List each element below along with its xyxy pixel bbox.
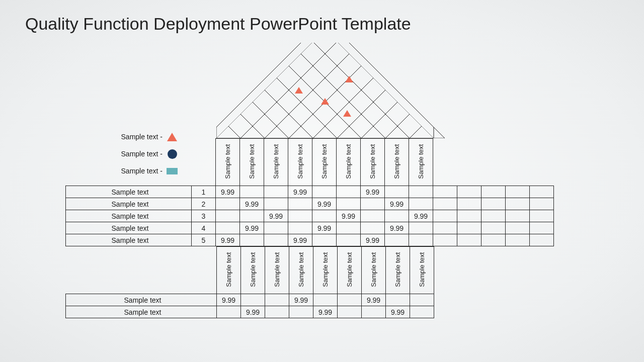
qfd-diagram: Sample textSample textSample textSample … (65, 43, 554, 318)
table-row: Sample text29.999.999.99 (66, 198, 554, 210)
svg-line-25 (216, 43, 289, 138)
svg-line-0 (216, 43, 251, 138)
matrix-cell (265, 306, 289, 318)
matrix-cell (312, 186, 337, 198)
row-number: 3 (192, 210, 216, 222)
ext-cell (481, 186, 506, 198)
ext-cell (457, 198, 481, 210)
table-row: Sample text49.999.999.99 (66, 222, 554, 234)
column-header: Sample text (386, 247, 410, 294)
ext-cell (433, 234, 457, 246)
column-header: Sample text (337, 139, 361, 186)
matrix-cell (337, 222, 361, 234)
matrix-cell (409, 234, 433, 246)
matrix-cell: 9.99 (337, 210, 361, 222)
matrix-cell (385, 234, 409, 246)
column-header: Sample text (241, 247, 265, 294)
column-header: Sample text (264, 139, 288, 186)
row-number: 2 (192, 198, 216, 210)
svg-line-28 (337, 43, 458, 138)
svg-line-31 (216, 43, 361, 138)
svg-line-35 (216, 43, 410, 138)
matrix-cell: 9.99 (216, 186, 240, 198)
svg-line-20 (240, 43, 458, 138)
matrix-cell (288, 198, 312, 210)
ext-cell (506, 222, 530, 234)
svg-line-41 (230, 43, 458, 138)
ext-cell (457, 222, 481, 234)
ext-cell (530, 198, 554, 210)
svg-line-10 (216, 43, 371, 138)
row-label: Sample text (66, 294, 217, 306)
matrix-cell (240, 186, 264, 198)
matrix-cell (264, 186, 288, 198)
matrix-cell (338, 294, 362, 306)
page-title: Quality Function Deployment PowerPoint T… (25, 14, 411, 34)
matrix-cell (264, 234, 288, 246)
matrix-cell (289, 306, 313, 318)
matrix-cell: 9.99 (217, 294, 241, 306)
matrix-cell (385, 186, 409, 198)
matrix-cell (240, 210, 264, 222)
matrix-cell (361, 198, 385, 210)
matrix-cell: 9.99 (385, 198, 409, 210)
matrix-cell (313, 294, 338, 306)
table-row: Sample text59.999.999.99 (66, 234, 554, 246)
matrix-cell (362, 306, 386, 318)
matrix-cell (265, 294, 289, 306)
matrix-cell: 9.99 (385, 222, 409, 234)
ext-cell (481, 198, 506, 210)
matrix-cell: 9.99 (240, 198, 264, 210)
matrix-cell: 9.99 (361, 186, 385, 198)
row-label: Sample text (66, 186, 192, 198)
table-row: Sample text19.999.999.99 (66, 186, 554, 198)
svg-line-45 (279, 43, 458, 138)
ext-cell (530, 210, 554, 222)
triangle-icon (321, 89, 329, 99)
column-header: Sample text (312, 139, 337, 186)
svg-line-53 (375, 43, 458, 138)
ext-cell (530, 234, 554, 246)
matrix-cell (217, 306, 241, 318)
matrix-cell (288, 210, 312, 222)
matrix-cell (337, 234, 361, 246)
svg-line-2 (216, 43, 275, 138)
matrix-cell: 9.99 (362, 294, 386, 306)
matrix-cell (409, 198, 433, 210)
matrix-cell (216, 222, 240, 234)
matrix-cell (386, 294, 410, 306)
ext-cell (457, 210, 481, 222)
svg-line-29 (216, 43, 337, 138)
svg-line-6 (216, 43, 323, 138)
ext-cell (530, 186, 554, 198)
matrix-cell: 9.99 (289, 294, 313, 306)
ext-cell (433, 198, 457, 210)
column-header: Sample text (265, 247, 289, 294)
svg-line-32 (385, 43, 458, 138)
matrix-cell (337, 186, 361, 198)
column-header: Sample text (361, 139, 385, 186)
ext-cell (481, 210, 506, 222)
svg-line-22 (265, 43, 458, 138)
matrix-cell: 9.99 (288, 186, 312, 198)
ext-cell (457, 234, 481, 246)
svg-line-34 (410, 43, 458, 138)
matrix-cell (241, 294, 265, 306)
svg-line-23 (216, 43, 265, 138)
matrix-cell: 9.99 (264, 210, 288, 222)
triangle-icon (343, 102, 351, 111)
ext-cell (433, 210, 457, 222)
matrix-cell: 9.99 (409, 210, 433, 222)
column-header: Sample text (313, 247, 338, 294)
svg-line-43 (255, 43, 458, 138)
row-label: Sample text (66, 234, 192, 246)
svg-line-14 (216, 43, 420, 138)
matrix-cell (264, 198, 288, 210)
column-header: Sample text (338, 247, 362, 294)
table-row: Sample text39.999.999.99 (66, 210, 554, 222)
column-header: Sample text (289, 247, 313, 294)
table-row: Sample text9.999.999.99 (66, 294, 434, 306)
ext-cell (530, 222, 554, 234)
matrix-cell (312, 210, 337, 222)
matrix-cell (312, 234, 337, 246)
